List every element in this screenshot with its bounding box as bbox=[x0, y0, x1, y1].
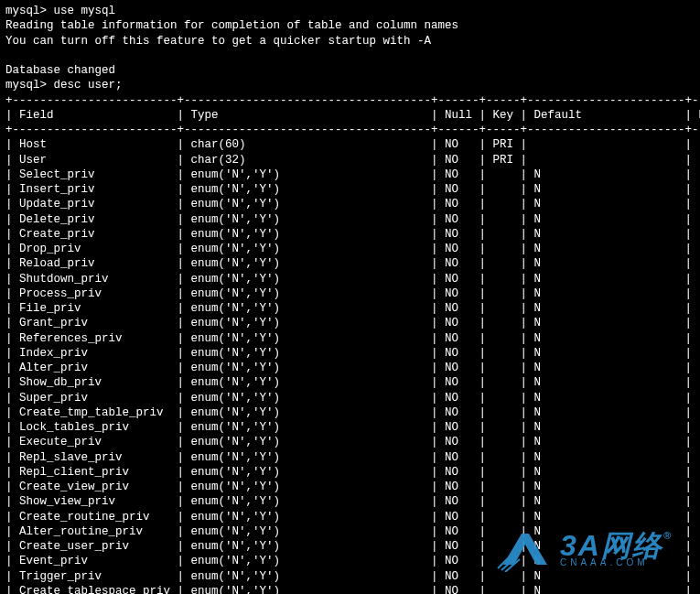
table-row: | Lock_tables_priv | enum('N','Y') | NO … bbox=[5, 420, 695, 435]
message-turnoff: You can turn off this feature to get a q… bbox=[5, 34, 695, 49]
table-row: | Execute_priv | enum('N','Y') | NO | | … bbox=[5, 435, 695, 449]
table-row: | File_priv | enum('N','Y') | NO | | N |… bbox=[5, 301, 695, 316]
table-row: | Drop_priv | enum('N','Y') | NO | | N |… bbox=[5, 242, 695, 256]
table-row: | Grant_priv | enum('N','Y') | NO | | N … bbox=[5, 316, 695, 330]
table-row: | Delete_priv | enum('N','Y') | NO | | N… bbox=[5, 212, 695, 227]
table-header: | Field | Type | Null | Key | Default | … bbox=[5, 108, 695, 123]
message-dbchanged: Database changed bbox=[5, 63, 695, 78]
mysql-prompt-desc: mysql> desc user; bbox=[5, 78, 695, 92]
table-row: | Host | char(60) | NO | PRI | | | bbox=[5, 137, 695, 152]
table-row: | Reload_priv | enum('N','Y') | NO | | N… bbox=[5, 256, 695, 271]
message-reading: Reading table information for completion… bbox=[5, 18, 695, 33]
table-row: | Show_db_priv | enum('N','Y') | NO | | … bbox=[5, 375, 695, 390]
table-row: | Event_priv | enum('N','Y') | NO | | N … bbox=[5, 554, 695, 568]
table-row: | Trigger_priv | enum('N','Y') | NO | | … bbox=[5, 569, 695, 584]
table-row: | Super_priv | enum('N','Y') | NO | | N … bbox=[5, 391, 695, 405]
table-row: | Create_routine_priv | enum('N','Y') | … bbox=[5, 510, 695, 524]
table-row: | Insert_priv | enum('N','Y') | NO | | N… bbox=[5, 182, 695, 197]
table-row: | Select_priv | enum('N','Y') | NO | | N… bbox=[5, 167, 695, 182]
table-row: | Create_tmp_table_priv | enum('N','Y') … bbox=[5, 405, 695, 420]
table-row: | Update_priv | enum('N','Y') | NO | | N… bbox=[5, 197, 695, 211]
table-separator: +------------------------+--------------… bbox=[5, 123, 695, 137]
table-row: | Alter_priv | enum('N','Y') | NO | | N … bbox=[5, 361, 695, 375]
table-row: | References_priv | enum('N','Y') | NO |… bbox=[5, 331, 695, 346]
table-row: | Repl_slave_priv | enum('N','Y') | NO |… bbox=[5, 450, 695, 465]
table-row: | User | char(32) | NO | PRI | | | bbox=[5, 153, 695, 167]
table-row: | Show_view_priv | enum('N','Y') | NO | … bbox=[5, 494, 695, 509]
table-row: | Create_view_priv | enum('N','Y') | NO … bbox=[5, 480, 695, 494]
mysql-prompt-use: mysql> use mysql bbox=[5, 4, 695, 18]
blank-line bbox=[5, 49, 695, 63]
table-row: | Alter_routine_priv | enum('N','Y') | N… bbox=[5, 524, 695, 539]
table-row: | Create_user_priv | enum('N','Y') | NO … bbox=[5, 539, 695, 554]
table-row: | Shutdown_priv | enum('N','Y') | NO | |… bbox=[5, 272, 695, 286]
table-row: | Create_tablespace_priv | enum('N','Y')… bbox=[5, 584, 695, 594]
table-row: | Create_priv | enum('N','Y') | NO | | N… bbox=[5, 227, 695, 242]
desc-table: +------------------------+--------------… bbox=[5, 93, 695, 595]
table-row: | Repl_client_priv | enum('N','Y') | NO … bbox=[5, 465, 695, 480]
table-separator: +------------------------+--------------… bbox=[5, 93, 695, 108]
table-row: | Process_priv | enum('N','Y') | NO | | … bbox=[5, 286, 695, 301]
table-row: | Index_priv | enum('N','Y') | NO | | N … bbox=[5, 346, 695, 361]
